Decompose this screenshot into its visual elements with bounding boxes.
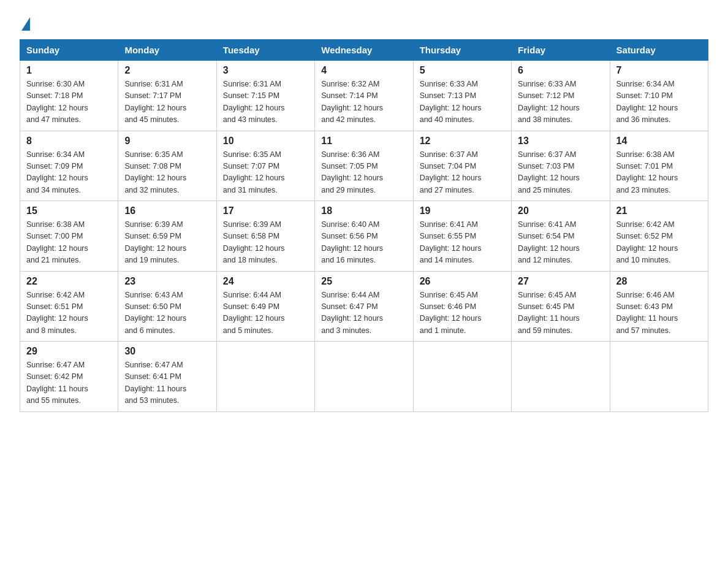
weekday-header-saturday: Saturday [610,40,708,61]
logo-triangle-icon [21,17,30,31]
day-number: 27 [518,276,603,287]
day-number: 14 [616,136,702,147]
day-number: 10 [223,136,308,147]
calendar-cell: 28Sunrise: 6:46 AMSunset: 6:43 PMDayligh… [610,271,708,342]
calendar-cell: 4Sunrise: 6:32 AMSunset: 7:14 PMDaylight… [315,61,413,131]
day-number: 23 [124,276,210,287]
day-info: Sunrise: 6:32 AMSunset: 7:14 PMDaylight:… [321,79,406,126]
weekday-header-monday: Monday [118,40,216,61]
calendar-cell: 7Sunrise: 6:34 AMSunset: 7:10 PMDaylight… [610,61,708,131]
calendar-cell: 13Sunrise: 6:37 AMSunset: 7:03 PMDayligh… [512,131,610,201]
day-number: 9 [124,136,210,147]
day-number: 13 [518,136,603,147]
day-info: Sunrise: 6:46 AMSunset: 6:43 PMDaylight:… [616,289,702,337]
weekday-header-thursday: Thursday [413,40,511,61]
weekday-header-wednesday: Wednesday [315,40,413,61]
day-number: 16 [124,205,210,216]
day-number: 6 [518,65,603,76]
day-number: 29 [26,346,112,357]
logo [20,15,30,28]
day-number: 19 [420,205,505,216]
day-info: Sunrise: 6:34 AMSunset: 7:10 PMDaylight:… [616,79,702,126]
calendar-cell: 16Sunrise: 6:39 AMSunset: 6:59 PMDayligh… [118,201,216,272]
calendar-cell: 10Sunrise: 6:35 AMSunset: 7:07 PMDayligh… [216,131,314,201]
calendar-cell: 17Sunrise: 6:39 AMSunset: 6:58 PMDayligh… [216,201,314,272]
calendar-cell: 24Sunrise: 6:44 AMSunset: 6:49 PMDayligh… [216,271,314,342]
day-info: Sunrise: 6:33 AMSunset: 7:12 PMDaylight:… [518,79,603,126]
calendar-cell: 18Sunrise: 6:40 AMSunset: 6:56 PMDayligh… [315,201,413,272]
day-number: 15 [26,205,112,216]
calendar-cell: 15Sunrise: 6:38 AMSunset: 7:00 PMDayligh… [20,201,118,272]
page-header [20,15,708,28]
calendar-cell [413,342,511,412]
calendar-cell: 2Sunrise: 6:31 AMSunset: 7:17 PMDaylight… [118,61,216,131]
day-info: Sunrise: 6:38 AMSunset: 7:00 PMDaylight:… [26,219,112,267]
day-number: 28 [616,276,702,287]
calendar-cell: 14Sunrise: 6:38 AMSunset: 7:01 PMDayligh… [610,131,708,201]
calendar-cell: 11Sunrise: 6:36 AMSunset: 7:05 PMDayligh… [315,131,413,201]
day-number: 20 [518,205,603,216]
calendar-cell: 3Sunrise: 6:31 AMSunset: 7:15 PMDaylight… [216,61,314,131]
calendar-cell: 23Sunrise: 6:43 AMSunset: 6:50 PMDayligh… [118,271,216,342]
day-number: 25 [321,276,406,287]
calendar-cell: 27Sunrise: 6:45 AMSunset: 6:45 PMDayligh… [512,271,610,342]
day-info: Sunrise: 6:41 AMSunset: 6:54 PMDaylight:… [518,219,603,267]
calendar-cell: 8Sunrise: 6:34 AMSunset: 7:09 PMDaylight… [20,131,118,201]
day-info: Sunrise: 6:40 AMSunset: 6:56 PMDaylight:… [321,219,406,267]
day-number: 8 [26,136,112,147]
day-info: Sunrise: 6:35 AMSunset: 7:08 PMDaylight:… [124,149,210,197]
day-info: Sunrise: 6:47 AMSunset: 6:42 PMDaylight:… [26,359,112,407]
day-info: Sunrise: 6:39 AMSunset: 6:59 PMDaylight:… [124,219,210,267]
day-info: Sunrise: 6:37 AMSunset: 7:04 PMDaylight:… [420,149,505,197]
day-number: 30 [124,346,210,357]
day-info: Sunrise: 6:41 AMSunset: 6:55 PMDaylight:… [420,219,505,267]
weekday-header-friday: Friday [512,40,610,61]
calendar-cell: 26Sunrise: 6:45 AMSunset: 6:46 PMDayligh… [413,271,511,342]
calendar-cell [315,342,413,412]
day-info: Sunrise: 6:45 AMSunset: 6:45 PMDaylight:… [518,289,603,337]
day-info: Sunrise: 6:35 AMSunset: 7:07 PMDaylight:… [223,149,308,197]
calendar-cell: 22Sunrise: 6:42 AMSunset: 6:51 PMDayligh… [20,271,118,342]
calendar-week-row: 15Sunrise: 6:38 AMSunset: 7:00 PMDayligh… [20,201,708,272]
day-number: 22 [26,276,112,287]
day-info: Sunrise: 6:42 AMSunset: 6:51 PMDaylight:… [26,289,112,337]
calendar-cell: 9Sunrise: 6:35 AMSunset: 7:08 PMDaylight… [118,131,216,201]
calendar-cell: 5Sunrise: 6:33 AMSunset: 7:13 PMDaylight… [413,61,511,131]
day-info: Sunrise: 6:44 AMSunset: 6:49 PMDaylight:… [223,289,308,337]
weekday-header-sunday: Sunday [20,40,118,61]
day-number: 1 [26,65,112,76]
calendar-table: SundayMondayTuesdayWednesdayThursdayFrid… [20,39,708,412]
day-info: Sunrise: 6:34 AMSunset: 7:09 PMDaylight:… [26,149,112,197]
weekday-header-tuesday: Tuesday [216,40,314,61]
day-number: 17 [223,205,308,216]
calendar-week-row: 1Sunrise: 6:30 AMSunset: 7:18 PMDaylight… [20,61,708,131]
day-number: 26 [420,276,505,287]
day-number: 4 [321,65,406,76]
day-info: Sunrise: 6:31 AMSunset: 7:17 PMDaylight:… [124,79,210,126]
day-info: Sunrise: 6:47 AMSunset: 6:41 PMDaylight:… [124,359,210,407]
day-number: 7 [616,65,702,76]
weekday-header-row: SundayMondayTuesdayWednesdayThursdayFrid… [20,40,708,61]
day-info: Sunrise: 6:30 AMSunset: 7:18 PMDaylight:… [26,79,112,126]
calendar-week-row: 8Sunrise: 6:34 AMSunset: 7:09 PMDaylight… [20,131,708,201]
day-number: 12 [420,136,505,147]
calendar-cell [216,342,314,412]
calendar-cell: 30Sunrise: 6:47 AMSunset: 6:41 PMDayligh… [118,342,216,412]
calendar-cell [512,342,610,412]
day-number: 2 [124,65,210,76]
day-info: Sunrise: 6:43 AMSunset: 6:50 PMDaylight:… [124,289,210,337]
day-info: Sunrise: 6:44 AMSunset: 6:47 PMDaylight:… [321,289,406,337]
day-number: 3 [223,65,308,76]
day-info: Sunrise: 6:39 AMSunset: 6:58 PMDaylight:… [223,219,308,267]
calendar-cell: 20Sunrise: 6:41 AMSunset: 6:54 PMDayligh… [512,201,610,272]
day-info: Sunrise: 6:42 AMSunset: 6:52 PMDaylight:… [616,219,702,267]
calendar-cell: 1Sunrise: 6:30 AMSunset: 7:18 PMDaylight… [20,61,118,131]
calendar-week-row: 29Sunrise: 6:47 AMSunset: 6:42 PMDayligh… [20,342,708,412]
day-info: Sunrise: 6:45 AMSunset: 6:46 PMDaylight:… [420,289,505,337]
calendar-cell: 19Sunrise: 6:41 AMSunset: 6:55 PMDayligh… [413,201,511,272]
day-number: 24 [223,276,308,287]
calendar-cell: 21Sunrise: 6:42 AMSunset: 6:52 PMDayligh… [610,201,708,272]
day-info: Sunrise: 6:31 AMSunset: 7:15 PMDaylight:… [223,79,308,126]
calendar-cell: 29Sunrise: 6:47 AMSunset: 6:42 PMDayligh… [20,342,118,412]
day-number: 18 [321,205,406,216]
